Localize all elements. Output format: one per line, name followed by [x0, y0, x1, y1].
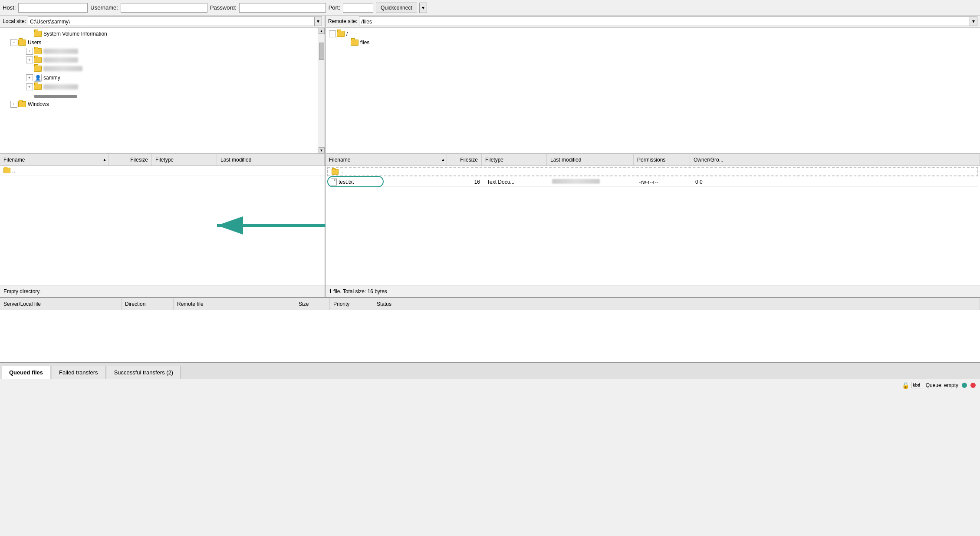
local-file-rows: .. — [0, 166, 325, 285]
local-tree-panel: System Volume Information − Users + + — [0, 28, 326, 153]
file-cell-type — [152, 170, 217, 172]
tree-item-sysvolinfo[interactable]: System Volume Information — [0, 30, 318, 38]
expand-icon[interactable]: + — [10, 101, 17, 108]
tree-item-label: Windows — [28, 101, 49, 107]
expand-icon[interactable]: − — [10, 39, 17, 46]
col-header-lastmod-r[interactable]: Last modified — [547, 154, 634, 165]
tab-successful-transfers[interactable]: Successful transfers (2) — [107, 366, 181, 379]
tree-item-sammy[interactable]: + 👤 sammy — [0, 73, 318, 83]
expand-icon[interactable]: − — [329, 30, 336, 37]
local-tree-scrollbar[interactable]: ▲ ▼ — [318, 28, 325, 153]
username-input[interactable] — [121, 3, 207, 13]
scroll-track — [319, 34, 325, 147]
local-site-bar: Local site: C:\Users\sammy\ ▾ — [0, 16, 326, 27]
status-icons: 🔒 kbd — [902, 382, 922, 389]
bottom-tabs: Queued files Failed transfers Successful… — [0, 362, 980, 379]
col-header-filetype[interactable]: Filetype — [152, 154, 217, 165]
file-cell-size — [109, 170, 152, 172]
scroll-up-arrow[interactable]: ▲ — [319, 28, 325, 34]
tree-item-files[interactable]: files — [326, 38, 980, 47]
red-circle-icon — [970, 383, 976, 388]
password-label: Password: — [210, 4, 237, 11]
col-header-filesize-r[interactable]: Filesize — [447, 154, 482, 165]
tree-item-label-blurred — [43, 66, 82, 71]
file-cell-name: .. — [0, 167, 109, 175]
queue-status: Queue: empty — [926, 382, 958, 388]
tree-item-label-blurred — [43, 49, 78, 54]
col-header-owner-r[interactable]: Owner/Gro... — [690, 154, 980, 165]
col-header-filename[interactable]: Filename ▲ — [0, 154, 109, 165]
queue-col-status[interactable]: Status — [373, 298, 980, 310]
remote-file-rows: .. test.txt 1 — [326, 166, 980, 285]
tree-item-user1[interactable]: + — [0, 47, 318, 56]
queue-body — [0, 310, 980, 362]
tree-item-user5[interactable] — [0, 91, 318, 100]
file-cell-name: .. — [328, 168, 450, 175]
tree-item-users[interactable]: − Users — [0, 38, 318, 47]
local-status-bar: Empty directory. — [0, 285, 325, 297]
tree-item-user4[interactable]: + — [0, 83, 318, 91]
queue-col-priority[interactable]: Priority — [330, 298, 373, 310]
remote-file-list: Filename ▲ Filesize Filetype Last modifi… — [326, 154, 980, 297]
blurred-date — [552, 179, 600, 184]
quickconnect-dropdown-button[interactable]: ▾ — [419, 3, 427, 13]
dashed-selection-row[interactable]: .. — [327, 167, 978, 176]
table-row[interactable]: .. — [0, 166, 325, 175]
expand-icon[interactable]: + — [26, 74, 33, 81]
tree-item-label-blurred — [43, 84, 78, 89]
scroll-handle[interactable] — [319, 43, 324, 60]
folder-icon — [332, 169, 339, 175]
toolbar: Host: Username: Password: Port: Quickcon… — [0, 0, 980, 16]
chevron-down-icon: ▾ — [972, 18, 975, 24]
tree-item-root-label: / — [346, 31, 348, 37]
password-input[interactable] — [239, 3, 326, 13]
remote-site-label: Remote site: — [328, 18, 357, 24]
expand-icon[interactable]: + — [26, 83, 33, 90]
tree-item-windows[interactable]: + Windows — [0, 100, 318, 109]
queue-col-serverfile[interactable]: Server/Local file — [0, 298, 122, 310]
table-row-testtxt[interactable]: test.txt 16 Text Docu... -rw-r--r-- — [327, 177, 978, 187]
col-header-filename-r[interactable]: Filename ▲ — [326, 154, 447, 165]
queue-col-remotefile[interactable]: Remote file — [174, 298, 295, 310]
file-cell-owner — [693, 171, 977, 172]
local-column-headers: Filename ▲ Filesize Filetype Last modifi… — [0, 154, 325, 166]
document-icon — [331, 179, 337, 185]
tab-queued-files[interactable]: Queued files — [2, 366, 50, 379]
tab-failed-transfers[interactable]: Failed transfers — [52, 366, 105, 379]
port-input[interactable] — [343, 3, 373, 13]
local-path-combo: C:\Users\sammy\ ▾ — [28, 17, 322, 26]
expand-icon[interactable]: + — [26, 48, 33, 55]
local-path-text[interactable]: C:\Users\sammy\ — [28, 17, 314, 26]
file-cell-size — [450, 171, 484, 172]
tree-item-root[interactable]: − / — [326, 30, 980, 38]
scroll-down-arrow[interactable]: ▼ — [319, 147, 325, 153]
chevron-down-icon: ▾ — [317, 18, 319, 24]
file-cell-owner: 0 0 — [692, 178, 978, 186]
host-input[interactable] — [18, 3, 88, 13]
local-path-dropdown[interactable]: ▾ — [314, 17, 322, 26]
file-cell-perms — [636, 171, 693, 172]
quickconnect-button[interactable]: Quickconnect — [376, 3, 417, 13]
local-site-label: Local site: — [3, 18, 26, 24]
port-label: Port: — [329, 4, 340, 11]
col-header-filetype-r[interactable]: Filetype — [482, 154, 547, 165]
remote-site-bar: Remote site: /files ▾ — [326, 16, 980, 27]
col-header-permissions-r[interactable]: Permissions — [634, 154, 690, 165]
col-header-lastmod[interactable]: Last modified — [217, 154, 325, 165]
queue-col-direction[interactable]: Direction — [122, 298, 174, 310]
remote-tree-panel: − / files — [326, 28, 980, 153]
queue-col-size[interactable]: Size — [295, 298, 330, 310]
col-header-filesize[interactable]: Filesize — [109, 154, 152, 165]
remote-path-dropdown[interactable]: ▾ — [970, 17, 977, 26]
remote-path-text[interactable]: /files — [359, 17, 970, 26]
tree-item-user2[interactable]: + — [0, 56, 318, 64]
expand-icon[interactable]: + — [26, 56, 33, 63]
user-icon: 👤 — [34, 74, 42, 82]
file-cell-type — [484, 171, 549, 172]
green-circle-icon — [962, 383, 967, 388]
file-cell-size: 16 — [449, 178, 483, 186]
username-label: Username: — [90, 4, 118, 11]
keyboard-icon: kbd — [911, 382, 922, 388]
tree-item-files-label: files — [360, 40, 369, 46]
tree-item-user3[interactable] — [0, 64, 318, 73]
